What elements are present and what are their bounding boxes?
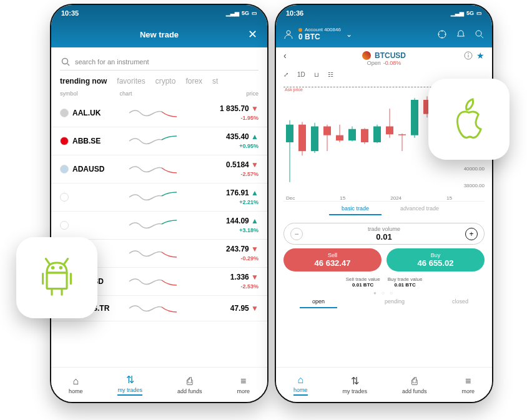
instrument-change: -2.53%	[240, 283, 259, 290]
instrument-change: +0.95%	[239, 143, 259, 149]
nav-label: more	[461, 388, 475, 394]
phone-right: 10:36 ▁▃▅ 5G ▭ Account 400846 0 BTC ⌄ ‹ …	[275, 4, 493, 403]
trade-mode-tabs: basic trade advanced trade	[276, 202, 492, 219]
status-time: 10:35	[61, 9, 79, 17]
android-badge	[16, 237, 97, 318]
tab-closed[interactable]: closed	[452, 298, 468, 308]
apple-icon	[445, 95, 493, 143]
sell-button[interactable]: Sell 46 632.47	[283, 248, 382, 271]
volume-decrease[interactable]: −	[290, 228, 303, 240]
tab-basic-trade[interactable]: basic trade	[329, 205, 382, 215]
instrument-row[interactable]: 176.91 ▲+2.21%	[51, 183, 267, 212]
chevron-down-icon[interactable]: ⌄	[346, 30, 352, 39]
bottom-nav: ⌂ home ⇅ my trades ⎙ add funds ≡ more	[276, 367, 492, 402]
nav-label: more	[237, 388, 250, 394]
bell-icon[interactable]	[456, 29, 466, 39]
info-icon[interactable]	[464, 51, 473, 60]
tab-advanced-trade[interactable]: advanced trade	[400, 205, 439, 215]
sparkline	[119, 274, 187, 289]
volume-label: trade volume	[368, 226, 400, 232]
pair-symbol: BTCUSD	[375, 51, 406, 60]
svg-rect-18	[336, 135, 343, 141]
apple-badge	[428, 79, 510, 160]
nav-add funds[interactable]: ⎙ add funds	[177, 376, 202, 394]
svg-rect-24	[373, 127, 381, 143]
buy-tv-label: Buy trade value	[388, 276, 423, 282]
nav-my trades[interactable]: ⇅ my trades	[342, 375, 367, 394]
sell-price: 46 632.47	[283, 258, 382, 268]
svg-rect-26	[386, 127, 393, 135]
status-indicators: ▁▃▅ 5G ▭	[451, 10, 482, 16]
column-headers: symbol chart price	[51, 90, 267, 99]
settings-icon[interactable]: ☷	[328, 71, 333, 78]
bottom-nav: ⌂ home ⇅ my trades ⎙ add funds ≡ more	[51, 367, 267, 402]
instrument-change: +2.21%	[239, 199, 259, 205]
nav-home[interactable]: ⌂ home	[69, 376, 83, 394]
category-tabs: trending now favorites crypto forex st	[51, 74, 267, 90]
sell-label: Sell	[283, 252, 382, 258]
nav-home[interactable]: ⌂ home	[293, 374, 308, 396]
help-icon[interactable]	[437, 29, 447, 39]
nav-my trades[interactable]: ⇅ my trades	[117, 374, 142, 396]
trade-values: Sell trade value0.01 BTC Buy trade value…	[276, 274, 492, 290]
instrument-row[interactable]: AAL.UK 1 835.70 ▼-1.95%	[51, 99, 267, 127]
col-price: price	[187, 90, 259, 97]
svg-point-0	[62, 59, 68, 64]
instrument-row[interactable]: ADAUSD 0.5184 ▼-2.57%	[51, 155, 267, 183]
tab-crypto[interactable]: crypto	[155, 77, 176, 85]
instrument-symbol: AAL.UK	[72, 109, 101, 117]
candle-icon[interactable]: ⊔	[314, 71, 319, 78]
search-input[interactable]: search for an instrument	[60, 54, 259, 71]
instrument-price: 144.09	[226, 217, 249, 225]
nav-label: my trades	[342, 388, 367, 394]
volume-value[interactable]: 0.01	[368, 232, 400, 242]
svg-rect-14	[311, 127, 318, 152]
page-dots: ● ○ ○	[276, 290, 492, 296]
timeframe-selector[interactable]: 1D	[297, 71, 305, 78]
network-label: 5G	[466, 10, 474, 16]
instrument-price: 1 835.70	[220, 104, 249, 113]
instrument-row[interactable]: ABB.SE 435.40 ▲+0.95%	[51, 127, 267, 155]
order-status-tabs: open pending closed	[276, 296, 492, 311]
tab-trending[interactable]: trending now	[60, 77, 107, 85]
tab-favorites[interactable]: favorites	[117, 77, 145, 85]
nav-more[interactable]: ≡ more	[237, 376, 250, 394]
fullscreen-icon[interactable]: ⤢	[283, 71, 288, 78]
col-symbol: symbol	[60, 90, 119, 97]
status-bar: 10:36 ▁▃▅ 5G ▭	[276, 5, 492, 21]
network-label: 5G	[242, 10, 249, 16]
tab-open[interactable]: open	[300, 298, 337, 308]
profile-icon[interactable]	[283, 29, 293, 39]
xtick: 2024	[390, 195, 401, 201]
back-icon[interactable]: ‹	[283, 51, 287, 61]
svg-point-4	[476, 31, 481, 36]
nav-more[interactable]: ≡ more	[461, 376, 475, 394]
instrument-price: 435.40	[226, 132, 249, 141]
account-label: Account 400846	[298, 27, 341, 33]
tab-pending[interactable]: pending	[385, 298, 405, 308]
search-icon	[61, 57, 70, 66]
buy-button[interactable]: Buy 46 655.02	[387, 248, 485, 271]
ytick: 40000.00	[455, 166, 485, 172]
instrument-change: -1.95%	[240, 115, 259, 121]
sell-tv: 0.01 BTC	[352, 282, 373, 288]
pair-header: ‹ BTCUSD ★	[276, 47, 492, 60]
screen-left: search for an instrument trending now fa…	[51, 47, 267, 367]
phone-left: 10:35 ▁▃▅ 5G ▭ New trade ✕ search for an…	[50, 4, 268, 403]
sparkline	[119, 190, 187, 205]
ytick: 38000.00	[455, 183, 485, 188]
tab-forex[interactable]: forex	[185, 77, 202, 85]
tab-more[interactable]: st	[212, 77, 218, 85]
open-label: Open	[367, 60, 381, 66]
nav-icon: ⇅	[351, 375, 359, 387]
status-bar: 10:35 ▁▃▅ 5G ▭	[51, 5, 267, 21]
svg-point-2	[287, 31, 290, 34]
search-icon[interactable]	[475, 29, 485, 39]
nav-add funds[interactable]: ⎙ add funds	[402, 376, 427, 394]
nav-icon: ≡	[240, 376, 246, 387]
svg-rect-28	[398, 134, 406, 135]
instrument-row[interactable]: 144.09 ▲+3.18%	[51, 212, 267, 240]
close-icon[interactable]: ✕	[248, 27, 257, 41]
volume-increase[interactable]: +	[465, 228, 478, 240]
star-icon[interactable]: ★	[476, 51, 485, 61]
